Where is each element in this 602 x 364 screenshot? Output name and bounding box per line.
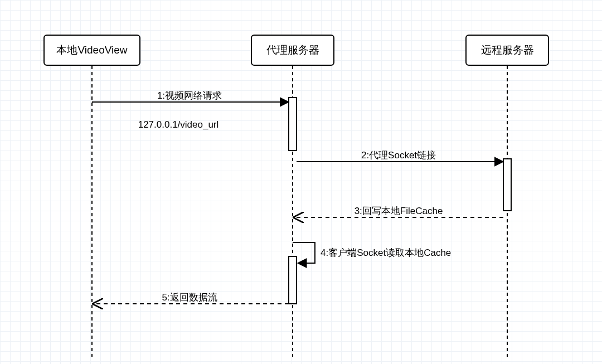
activation-proxy-2: [289, 256, 297, 304]
sequence-svg: [0, 0, 602, 364]
activation-remote-1: [503, 159, 511, 211]
activation-proxy-1: [289, 98, 297, 151]
